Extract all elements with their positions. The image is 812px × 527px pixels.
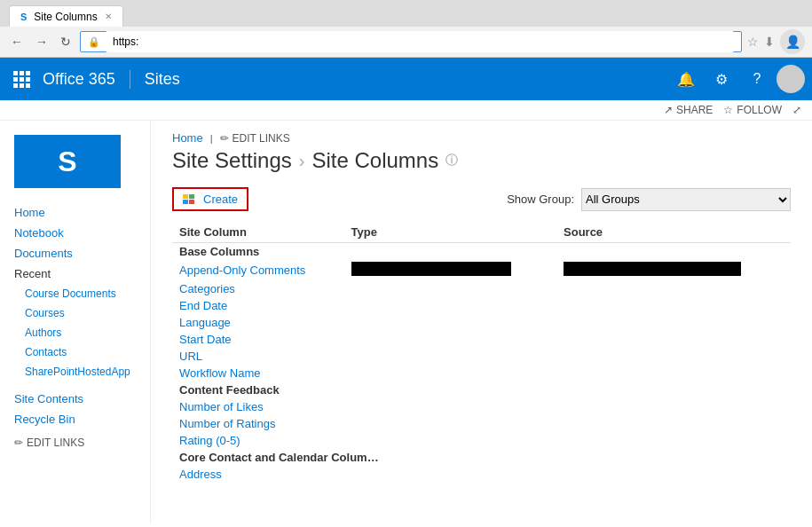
nav-sharepointhosteddapp[interactable]: SharePointHostedApp [0,362,150,381]
title-site-settings: Site Settings [172,148,292,173]
table-header-row: Site Column Type Source [172,222,791,243]
nav-contacts[interactable]: Contacts [0,342,150,362]
nav-recycle-bin[interactable]: Recycle Bin [0,409,150,429]
waffle-menu-button[interactable] [0,58,43,100]
nav-recent-header: Recent [0,264,150,284]
col-url[interactable]: URL [179,350,202,363]
show-group-label: Show Group: [507,193,574,206]
content-toolbar: Create Show Group: All Groups Base Colum… [172,187,791,211]
follow-label: FOLLOW [737,104,782,116]
tab-close-button[interactable]: ✕ [105,12,112,21]
group-header-content-feedback: Content Feedback [172,381,791,398]
nav-courses[interactable]: Courses [0,303,150,323]
breadcrumb-home[interactable]: Home [172,131,203,145]
table-row: Address [172,466,791,483]
share-follow-bar: ↗ SHARE ☆ FOLLOW ⤢ [0,100,812,121]
bookmark-star-icon[interactable]: ☆ [747,35,759,49]
refresh-button[interactable]: ↻ [57,33,75,51]
office365-label: Office 365 [43,70,130,89]
follow-button[interactable]: ☆ FOLLOW [723,104,782,116]
nav-edit-links[interactable]: ✏ EDIT LINKS [0,429,150,456]
breadcrumb-edit-links[interactable]: ✏ EDIT LINKS [220,132,290,145]
top-navigation: Office 365 Sites 🔔 ⚙ ? [0,58,812,100]
group-name-base: Base Columns [172,243,791,261]
create-button[interactable]: Create [172,187,248,211]
nav-site-contents[interactable]: Site Contents [0,389,150,409]
forward-button[interactable]: → [32,33,51,51]
table-row: Number of Ratings [172,415,791,432]
left-navigation: S Home Notebook Documents Recent Course … [0,121,151,523]
breadcrumb: Home | ✏ EDIT LINKS [172,121,791,148]
show-group-select[interactable]: All Groups Base Columns Content Feedback… [581,188,791,211]
address-bar: ← → ↻ 🔒 ☆ ⬇ 👤 [0,27,812,57]
settings-gear-button[interactable]: ⚙ [706,63,737,95]
show-group-control: Show Group: All Groups Base Columns Cont… [507,188,791,211]
table-row: Append-Only Comments [172,260,791,280]
active-tab[interactable]: S Site Columns ✕ [9,5,123,27]
table-row: Rating (0-5) [172,432,791,449]
group-name-core-contact: Core Contact and Calendar Colum… [172,449,791,466]
pencil-edit-icon: ✏ [220,132,229,145]
group-header-base-columns: Base Columns [172,243,791,261]
help-button[interactable]: ? [741,63,773,95]
table-row: Categories [172,280,791,297]
nav-authors[interactable]: Authors [0,323,150,342]
col-workflow-name[interactable]: Workflow Name [179,366,261,380]
edit-links-breadcrumb-label: EDIT LINKS [233,132,290,145]
focus-icon: ⤢ [792,104,801,116]
user-avatar[interactable] [777,65,805,93]
share-icon: ↗ [664,104,673,116]
col-number-of-ratings[interactable]: Number of Ratings [179,417,275,430]
nav-home[interactable]: Home [0,202,150,223]
col-end-date[interactable]: End Date [179,299,227,312]
title-site-columns: Site Columns [311,148,438,173]
focus-button[interactable]: ⤢ [792,104,801,116]
col-header-source: Source [556,222,791,243]
info-icon: ⓘ [445,153,458,169]
download-icon[interactable]: ⬇ [764,35,775,49]
table-row: URL [172,348,791,365]
nav-course-documents[interactable]: Course Documents [0,284,150,303]
create-label: Create [203,193,238,206]
nav-notebook[interactable]: Notebook [0,223,150,243]
table-row: End Date [172,297,791,314]
share-button[interactable]: ↗ SHARE [664,104,713,116]
table-row: Workflow Name [172,365,791,381]
main-content: Home | ✏ EDIT LINKS Site Settings › Site… [151,121,812,523]
group-name-content-feedback: Content Feedback [172,381,791,398]
col-append-only-comments[interactable]: Append-Only Comments [179,264,305,277]
group-header-core-contact: Core Contact and Calendar Colum… [172,449,791,466]
col-categories[interactable]: Categories [179,282,235,295]
sites-label: Sites [130,70,194,89]
breadcrumb-separator: | [210,133,213,144]
pencil-icon: ✏ [14,437,23,449]
col-start-date[interactable]: Start Date [179,333,232,346]
tab-bar: S Site Columns ✕ [0,0,812,27]
type-redacted-1 [351,262,511,276]
edit-links-label: EDIT LINKS [27,437,84,449]
col-language[interactable]: Language [179,316,231,329]
title-arrow-separator: › [299,151,305,171]
notifications-button[interactable]: 🔔 [670,63,702,95]
tab-title: Site Columns [34,11,97,23]
sharepoint-logo: S [14,135,121,188]
main-layout: S Home Notebook Documents Recent Course … [0,121,812,523]
share-label: SHARE [676,104,713,116]
col-rating[interactable]: Rating (0-5) [179,434,240,447]
col-header-site-column: Site Column [172,222,344,243]
col-address[interactable]: Address [179,468,222,481]
https-lock-icon: 🔒 [88,36,100,48]
nav-documents[interactable]: Documents [0,243,150,264]
back-button[interactable]: ← [7,33,27,51]
profile-menu-button[interactable]: 👤 [780,29,805,54]
address-input[interactable] [106,31,734,52]
page-title: Site Settings › Site Columns ⓘ [172,148,791,173]
source-redacted-1 [564,262,741,276]
tab-favicon: S [20,12,27,22]
col-number-of-likes[interactable]: Number of Likes [179,400,264,413]
star-follow-icon: ☆ [723,104,733,116]
table-row: Start Date [172,331,791,348]
table-row: Language [172,314,791,331]
site-columns-table: Site Column Type Source Base Columns App… [172,222,791,483]
table-row: Number of Likes [172,398,791,415]
